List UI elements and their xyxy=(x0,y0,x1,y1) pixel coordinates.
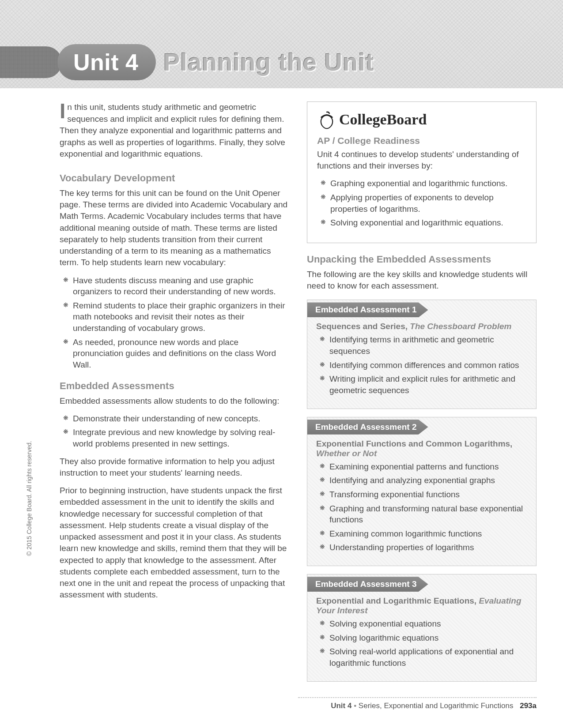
banner-background: Unit 4 Planning the Unit xyxy=(0,0,563,88)
ea1-bullets: Identifying terms in arithmetic and geom… xyxy=(316,334,528,396)
ea1-title: Sequences and Series, The Chessboard Pro… xyxy=(316,322,528,331)
intro-dropcap: I xyxy=(60,101,67,120)
footer-unit: Unit 4 xyxy=(331,702,351,710)
list-item: Have students discuss meaning and use gr… xyxy=(63,275,289,297)
ea3-tab: Embedded Assessment 3 xyxy=(307,577,428,592)
acorn-icon xyxy=(317,110,336,129)
list-item: Remind students to place their graphic o… xyxy=(63,300,289,334)
list-item: Solving logarithmic equations xyxy=(320,632,528,644)
list-item: Graphing and transforming natural base e… xyxy=(320,503,528,525)
list-item: Understanding properties of logarithms xyxy=(320,542,528,553)
list-item: Solving exponential equations xyxy=(320,618,528,630)
banner-title: Planning the Unit xyxy=(163,48,374,76)
vocab-heading: Vocabulary Development xyxy=(60,173,289,184)
list-item: Integrate previous and new knowledge by … xyxy=(63,427,289,449)
vocab-bullets: Have students discuss meaning and use gr… xyxy=(60,275,289,371)
intro-paragraph: In this unit, students study arithmetic … xyxy=(60,101,289,160)
list-item: Solving real-world applications of expon… xyxy=(320,646,528,668)
ea-heading: Embedded Assessments xyxy=(60,380,289,392)
ap-heading: AP / College Readiness xyxy=(317,135,527,146)
list-item: Transforming exponential functions xyxy=(320,489,528,500)
left-column: In this unit, students study arithmetic … xyxy=(60,101,289,686)
list-item: Writing implicit and explicit rules for … xyxy=(320,373,528,396)
ea1-title-main: Sequences and Series, xyxy=(316,322,408,331)
ea-intro-bullets: Demonstrate their understanding of new c… xyxy=(60,413,289,450)
collegeboard-box: CollegeBoard AP / College Readiness Unit… xyxy=(307,101,537,243)
unpack-text: The following are the key skills and kno… xyxy=(307,269,537,292)
page-footer: Unit 4 • Series, Exponential and Logarit… xyxy=(298,697,537,710)
ea2-bullets: Examining exponential patterns and funct… xyxy=(316,461,528,553)
ea2-title-main: Exponential Functions and Common Logarit… xyxy=(316,439,512,448)
list-item: As needed, pronounce new words and place… xyxy=(63,337,289,371)
footer-separator: • xyxy=(354,702,356,710)
ea2-tab: Embedded Assessment 2 xyxy=(307,420,428,435)
list-item: Examining exponential patterns and funct… xyxy=(320,461,528,473)
list-item: Identifying and analyzing exponential gr… xyxy=(320,475,528,486)
ap-text: Unit 4 continues to develop students' un… xyxy=(317,149,527,172)
ea-text-2: They also provide formative information … xyxy=(60,456,289,479)
list-item: Demonstrate their understanding of new c… xyxy=(63,413,289,424)
intro-text: n this unit, students study arithmetic a… xyxy=(60,102,285,158)
collegeboard-logo: CollegeBoard xyxy=(317,110,527,129)
list-item: Examining common logarithmic functions xyxy=(320,528,528,540)
ea1-tab: Embedded Assessment 1 xyxy=(307,302,428,317)
ea3-title-main: Exponential and Logarithmic Equations, xyxy=(316,596,476,605)
list-item: Applying properties of exponents to deve… xyxy=(321,192,527,214)
ea3-bullets: Solving exponential equations Solving lo… xyxy=(316,618,528,669)
footer-page-number: 293a xyxy=(520,702,537,710)
list-item: Solving exponential and logarithmic equa… xyxy=(321,217,527,229)
right-column: CollegeBoard AP / College Readiness Unit… xyxy=(307,101,537,686)
list-item: Identifying terms in arithmetic and geom… xyxy=(320,334,528,356)
collegeboard-wordmark: CollegeBoard xyxy=(339,111,427,128)
embedded-assessment-1: Embedded Assessment 1 Sequences and Seri… xyxy=(307,300,537,409)
ap-bullets: Graphing exponential and logarithmic fun… xyxy=(317,178,527,229)
ea1-subtitle: The Chessboard Problem xyxy=(410,322,511,331)
banner-left-ornament xyxy=(0,46,62,78)
ea2-title: Exponential Functions and Common Logarit… xyxy=(316,439,528,458)
ea-text-3: Prior to beginning instruction, have stu… xyxy=(60,485,289,600)
embedded-assessment-3: Embedded Assessment 3 Exponential and Lo… xyxy=(307,574,537,682)
vocab-text: The key terms for this unit can be found… xyxy=(60,188,289,269)
ea-text-1: Embedded assessments allow students to d… xyxy=(60,395,289,407)
page: Unit 4 Planning the Unit In this unit, s… xyxy=(0,0,563,728)
unit-badge: Unit 4 xyxy=(57,44,156,80)
ea3-title: Exponential and Logarithmic Equations, E… xyxy=(316,596,528,615)
list-item: Identifying common differences and commo… xyxy=(320,360,528,371)
footer-title: Series, Exponential and Logarithmic Func… xyxy=(359,702,514,710)
ea2-subtitle: Whether or Not xyxy=(316,449,377,458)
unpack-heading: Unpacking the Embedded Assessments xyxy=(307,254,537,265)
content-columns: In this unit, students study arithmetic … xyxy=(0,88,563,686)
list-item: Graphing exponential and logarithmic fun… xyxy=(321,178,527,189)
copyright-text: © 2015 College Board. All rights reserve… xyxy=(26,441,33,556)
embedded-assessment-2: Embedded Assessment 2 Exponential Functi… xyxy=(307,417,537,566)
